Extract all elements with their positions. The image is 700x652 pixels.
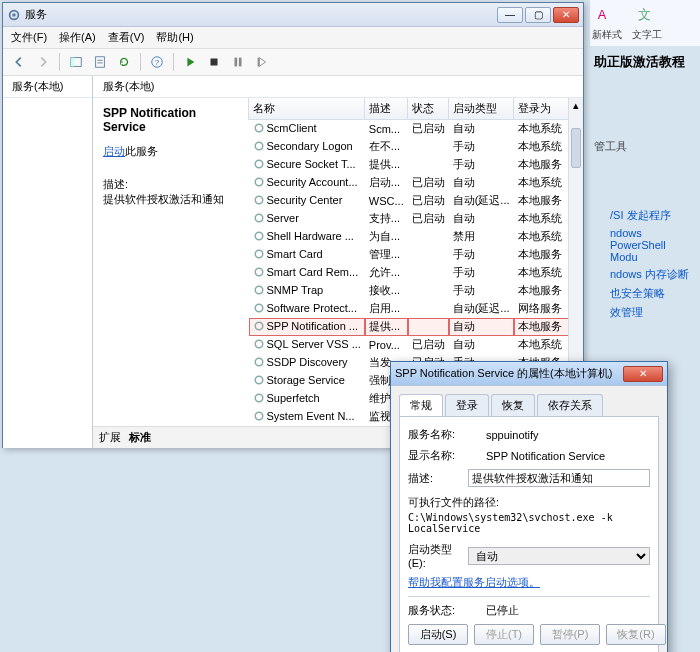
refresh-button[interactable]: [114, 52, 134, 72]
play-button[interactable]: [180, 52, 200, 72]
bg-group: 管工具: [590, 137, 700, 156]
svcname-value: sppuinotify: [486, 429, 650, 441]
svg-point-26: [255, 322, 263, 330]
menu-action[interactable]: 操作(A): [59, 30, 96, 45]
start-service-link[interactable]: 启动: [103, 145, 125, 157]
dlg-title: SPP Notification Service 的属性(本地计算机): [395, 366, 623, 381]
detail-pane: SPP Notification Service 启动此服务 描述: 提供软件授…: [93, 98, 248, 426]
service-row[interactable]: Shell Hardware ...为自...禁用本地系统: [249, 228, 583, 246]
tab-standard[interactable]: 标准: [129, 431, 151, 443]
desc-field[interactable]: [468, 469, 650, 487]
pause-button[interactable]: [228, 52, 248, 72]
tab-general[interactable]: 常规: [399, 394, 443, 416]
dlg-tabs: 常规 登录 恢复 依存关系: [399, 394, 659, 416]
tab-extended[interactable]: 扩展: [99, 431, 121, 443]
bg-link: ndows PowerShell Modu: [590, 225, 700, 265]
service-row[interactable]: SNMP Trap接收...手动本地服务: [249, 282, 583, 300]
style-icon: A: [596, 4, 618, 26]
help-button[interactable]: ?: [147, 52, 167, 72]
col-status[interactable]: 状态: [408, 98, 449, 120]
svg-point-3: [12, 13, 16, 17]
col-startup[interactable]: 启动类型: [449, 98, 514, 120]
menu-file[interactable]: 文件(F): [11, 30, 47, 45]
col-desc[interactable]: 描述: [365, 98, 408, 120]
show-hide-button[interactable]: [66, 52, 86, 72]
export-button[interactable]: [90, 52, 110, 72]
tree-pane: 服务(本地): [3, 76, 93, 448]
starttype-label: 启动类型(E):: [408, 542, 462, 569]
svg-text:A: A: [598, 7, 607, 22]
svg-point-23: [255, 268, 263, 276]
svg-point-20: [255, 214, 263, 222]
service-row[interactable]: ScmClientScm...已启动自动本地系统: [249, 120, 583, 138]
titlebar[interactable]: 服务 — ▢ ✕: [3, 3, 583, 27]
svg-point-30: [255, 394, 263, 402]
gear-icon: [253, 158, 265, 172]
tab-logon[interactable]: 登录: [445, 394, 489, 416]
svg-point-17: [255, 160, 263, 168]
service-row[interactable]: Smart Card管理...手动本地服务: [249, 246, 583, 264]
svg-rect-11: [239, 58, 242, 67]
svg-rect-12: [258, 58, 259, 67]
tree-root[interactable]: 服务(本地): [3, 76, 92, 98]
service-row[interactable]: SPP Notification ...提供...自动本地服务: [249, 318, 583, 336]
gear-icon: [253, 302, 265, 316]
menubar: 文件(F) 操作(A) 查看(V) 帮助(H): [3, 27, 583, 49]
dlg column[interactable]: ✕: [623, 366, 663, 382]
startup-help-link[interactable]: 帮助我配置服务启动选项。: [408, 576, 540, 588]
svg-point-27: [255, 340, 263, 348]
maximize-button[interactable]: ▢: [525, 7, 551, 23]
scroll-up-icon[interactable]: ▴: [569, 98, 583, 112]
gear-icon: [253, 266, 265, 280]
minimize-button[interactable]: —: [497, 7, 523, 23]
stop-button[interactable]: [204, 52, 224, 72]
properties-dialog: SPP Notification Service 的属性(本地计算机) ✕ 常规…: [390, 361, 668, 652]
bg-link: /SI 发起程序: [590, 206, 700, 225]
svg-point-19: [255, 196, 263, 204]
service-row[interactable]: SQL Server VSS ...Prov...已启动自动本地系统: [249, 336, 583, 354]
start-button[interactable]: 启动(S): [408, 624, 468, 645]
status-value: 已停止: [486, 603, 519, 618]
service-row[interactable]: Security Account...启动...已启动自动本地系统: [249, 174, 583, 192]
service-row[interactable]: Secondary Logon在不...手动本地系统: [249, 138, 583, 156]
tab-deps[interactable]: 依存关系: [537, 394, 603, 416]
svg-rect-10: [235, 58, 238, 67]
service-row[interactable]: Software Protect...启用...自动(延迟...网络服务: [249, 300, 583, 318]
gear-icon: [253, 320, 265, 334]
restart-button[interactable]: [252, 52, 272, 72]
service-row[interactable]: Secure Socket T...提供...手动本地服务: [249, 156, 583, 174]
service-row[interactable]: Smart Card Rem...允许...手动本地系统: [249, 264, 583, 282]
detail-title: SPP Notification Service: [103, 106, 238, 134]
scroll-thumb[interactable]: [571, 128, 581, 168]
bg-heading: 助正版激活教程: [594, 53, 696, 71]
forward-button[interactable]: [33, 52, 53, 72]
svg-point-25: [255, 304, 263, 312]
svg-text:文: 文: [638, 7, 651, 22]
gear-icon: [253, 230, 265, 244]
gear-icon: [253, 140, 265, 154]
pause-button: 暂停(P): [540, 624, 600, 645]
detail-desc: 提供软件授权激活和通知: [103, 192, 238, 207]
svg-text:?: ?: [155, 58, 160, 67]
desc-label: 描述:: [408, 471, 462, 486]
tab-recovery[interactable]: 恢复: [491, 394, 535, 416]
gear-icon: [253, 122, 265, 136]
text-icon: 文: [636, 4, 658, 26]
svg-point-24: [255, 286, 263, 294]
gear-icon: [253, 356, 265, 370]
svg-point-18: [255, 178, 263, 186]
gear-icon: [253, 392, 265, 406]
dlg-titlebar[interactable]: SPP Notification Service 的属性(本地计算机) ✕: [391, 362, 667, 386]
gear-icon: [253, 176, 265, 190]
startup-type-select[interactable]: 自动: [468, 547, 650, 565]
close-button[interactable]: ✕: [553, 7, 579, 23]
menu-help[interactable]: 帮助(H): [156, 30, 193, 45]
menu-view[interactable]: 查看(V): [108, 30, 145, 45]
svg-rect-5: [71, 58, 75, 67]
service-row[interactable]: Security CenterWSC...已启动自动(延迟...本地服务: [249, 192, 583, 210]
gear-icon: [253, 212, 265, 226]
back-button[interactable]: [9, 52, 29, 72]
svg-point-16: [255, 142, 263, 150]
service-row[interactable]: Server支持...已启动自动本地系统: [249, 210, 583, 228]
col-name[interactable]: 名称: [249, 98, 365, 120]
